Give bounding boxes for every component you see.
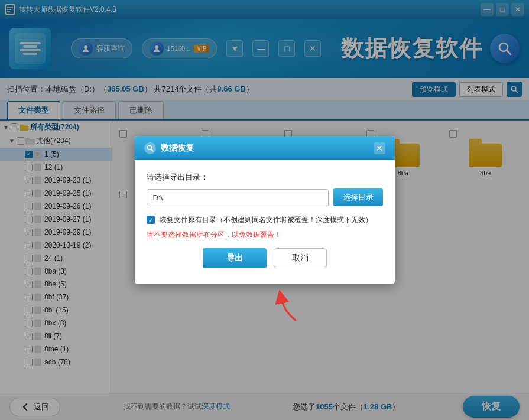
modal-footer: 导出 取消	[147, 248, 383, 272]
data-recovery-modal: 数据恢复 ✕ 请选择导出目录： 选择目录 ✓ 恢复文件原有目录（不创建则同名文件…	[135, 136, 395, 284]
modal-title: 数据恢复	[144, 142, 194, 154]
modal-export-btn[interactable]: 导出	[203, 248, 267, 268]
arrow-svg	[272, 288, 301, 323]
modal-header: 数据恢复 ✕	[135, 136, 395, 160]
modal-path-input[interactable]	[147, 189, 329, 206]
modal-label: 请选择导出目录：	[147, 172, 383, 183]
arrow-indicator	[272, 288, 301, 325]
modal-path-row: 选择目录	[147, 188, 383, 206]
modal-search-icon	[144, 142, 156, 154]
modal-cancel-btn[interactable]: 取消	[274, 248, 327, 268]
modal-browse-btn[interactable]: 选择目录	[333, 188, 383, 206]
modal-close-btn[interactable]: ✕	[374, 142, 385, 154]
modal-body: 请选择导出目录： 选择目录 ✓ 恢复文件原有目录（不创建则同名文件将被覆盖！深度…	[135, 160, 395, 284]
svg-line-28	[151, 149, 153, 152]
modal-checkbox-label: 恢复文件原有目录（不创建则同名文件将被覆盖！深度模式下无效）	[160, 214, 372, 225]
modal-checkbox-row: ✓ 恢复文件原有目录（不创建则同名文件将被覆盖！深度模式下无效）	[147, 214, 383, 225]
modal-checkbox[interactable]: ✓	[147, 216, 155, 224]
modal-overlay: 数据恢复 ✕ 请选择导出目录： 选择目录 ✓ 恢复文件原有目录（不创建则同名文件…	[0, 0, 529, 420]
modal-warning: 请不要选择数据所在分区，以免数据覆盖！	[147, 230, 383, 240]
